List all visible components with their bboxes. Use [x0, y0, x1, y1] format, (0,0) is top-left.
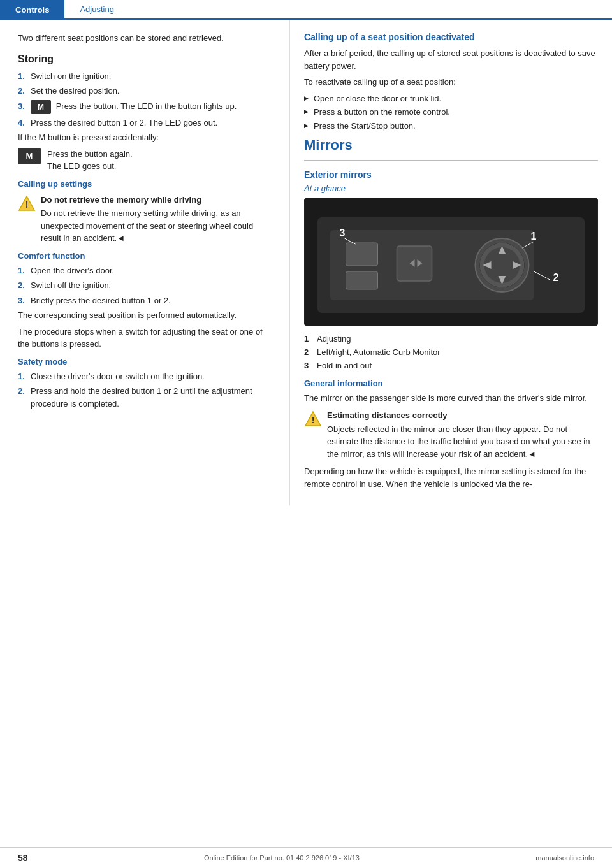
warning-body: Do not retrieve the memory setting while…: [41, 207, 275, 245]
warning-title: Do not retrieve the memory while driving: [41, 194, 275, 206]
safety-mode-heading: Safety mode: [18, 357, 275, 366]
tab-adjusting[interactable]: Adjusting: [64, 0, 129, 20]
general-info-heading: General information: [304, 379, 598, 388]
step-text: Press the desired button 1 or 2. The LED…: [31, 117, 275, 129]
warning-distances-text: Estimating distances correctly Objects r…: [327, 409, 598, 460]
list-item: Open or close the door or trunk lid.: [304, 92, 598, 105]
bullet-text: Open or close the door or trunk lid.: [314, 92, 441, 105]
storing-heading: Storing: [18, 54, 275, 65]
list-item: Press a button on the remote control.: [304, 106, 598, 119]
step-num: 4.: [18, 117, 31, 129]
svg-text:!: !: [312, 415, 315, 425]
step-num: 2.: [18, 279, 31, 292]
site-logo: manualsonline.info: [536, 854, 594, 862]
warning-box-distances: ! Estimating distances correctly Objects…: [304, 409, 598, 460]
mirror-diagram-svg: 1 2 3: [304, 198, 598, 326]
step-text: Briefly press the desired button 1 or 2.: [31, 294, 275, 307]
tab-controls-label: Controls: [15, 5, 49, 15]
page-footer: 58 Online Edition for Part no. 01 40 2 9…: [0, 847, 612, 868]
list-item: 1. Switch on the ignition.: [18, 70, 275, 83]
svg-text:3: 3: [340, 228, 346, 238]
svg-rect-14: [346, 271, 378, 289]
item-num: 2: [304, 347, 317, 358]
list-item: 2. Switch off the ignition.: [18, 279, 275, 292]
m-block-line1: Press the button again.: [47, 148, 133, 161]
list-item: 1. Open the driver's door.: [18, 264, 275, 277]
tab-adjusting-label: Adjusting: [80, 4, 113, 14]
step-num: 2.: [18, 385, 31, 410]
if-m-text: If the M button is pressed accidentally:: [18, 131, 275, 144]
step-num: 1.: [18, 264, 31, 277]
svg-text:!: !: [26, 199, 29, 210]
warning-text-block: Do not retrieve the memory while driving…: [41, 194, 275, 245]
divider: [304, 160, 598, 161]
m-button-block: M Press the button again. The LED goes o…: [18, 148, 275, 173]
step-text: Switch on the ignition.: [31, 70, 275, 83]
mirror-items-list: 1 Adjusting 2 Left/right, Automatic Curb…: [304, 333, 598, 372]
list-item: 1 Adjusting: [304, 333, 598, 345]
step-num: 1.: [18, 70, 31, 83]
list-item: 3 Fold in and out: [304, 360, 598, 372]
m-button-large-icon: M: [18, 148, 41, 164]
svg-text:1: 1: [531, 231, 537, 242]
page-content: Two different seat positions can be stor…: [0, 20, 612, 505]
step-text: Switch off the ignition.: [31, 279, 275, 292]
tab-controls[interactable]: Controls: [0, 0, 64, 20]
step-text-content: Press the button. The LED in the button …: [56, 101, 237, 111]
item-text: Adjusting: [317, 333, 351, 345]
m-button-icon: M: [31, 100, 51, 114]
m-block-line2: The LED goes out.: [47, 160, 133, 173]
edition-text: Online Edition for Part no. 01 40 2 926 …: [204, 854, 360, 862]
list-item: 2. Set the desired position.: [18, 85, 275, 98]
item-num: 1: [304, 333, 317, 345]
warning-distances-body: Objects reflected in the mirror are clos…: [327, 423, 598, 461]
step-text: Open the driver's door.: [31, 264, 275, 277]
comfort-body2: The procedure stops when a switch for ad…: [18, 326, 275, 351]
deactivated-heading-text: Calling up of a seat position deactivate…: [304, 32, 475, 42]
svg-text:2: 2: [553, 272, 559, 283]
deactivated-body2: To reactivate calling up of a seat posit…: [304, 76, 598, 89]
warning-box-driving: ! Do not retrieve the memory while drivi…: [18, 194, 275, 245]
comfort-body1: The corresponding seat position is perfo…: [18, 309, 275, 322]
reactivate-bullet-list: Open or close the door or trunk lid. Pre…: [304, 92, 598, 133]
step-num: 1.: [18, 370, 31, 383]
page-number: 58: [18, 853, 28, 863]
item-text: Left/right, Automatic Curb Monitor: [317, 347, 441, 358]
at-a-glance-label: At a glance: [304, 184, 598, 193]
item-text: Fold in and out: [317, 360, 372, 372]
list-item: 3. M Press the button. The LED in the bu…: [18, 100, 275, 114]
comfort-function-heading: Comfort function: [18, 251, 275, 261]
list-item: 1. Close the driver's door or switch on …: [18, 370, 275, 383]
mirror-image: 1 2 3: [304, 198, 598, 326]
storing-steps-list: 1. Switch on the ignition. 2. Set the de…: [18, 70, 275, 129]
bullet-text: Press the Start/Stop button.: [314, 120, 416, 133]
step-num: 2.: [18, 85, 31, 98]
intro-text: Two different seat positions can be stor…: [18, 32, 275, 45]
list-item: 2. Press and hold the desired button 1 o…: [18, 385, 275, 410]
step-num: 3.: [18, 294, 31, 307]
calling-up-settings-heading: Calling up settings: [18, 179, 275, 189]
page-header: Controls Adjusting: [0, 0, 612, 20]
step-text: Press and hold the desired button 1 or 2…: [31, 385, 275, 410]
step-text: Close the driver's door or switch on the…: [31, 370, 275, 383]
deactivated-body1: After a brief period, the calling up of …: [304, 47, 598, 72]
list-item: Press the Start/Stop button.: [304, 120, 598, 133]
step-text: Set the desired position.: [31, 85, 275, 98]
list-item: 3. Briefly press the desired button 1 or…: [18, 294, 275, 307]
list-item: 4. Press the desired button 1 or 2. The …: [18, 117, 275, 129]
svg-rect-13: [346, 243, 378, 266]
warning-triangle-icon: !: [18, 195, 36, 213]
right-column: Calling up of a seat position deactivate…: [290, 20, 612, 505]
warning-distances-icon: !: [304, 410, 322, 428]
bullet-text: Press a button on the remote control.: [314, 106, 450, 119]
safety-steps-list: 1. Close the driver's door or switch on …: [18, 370, 275, 410]
general-info-body1: The mirror on the passenger side is more…: [304, 392, 598, 405]
step-num: 3.: [18, 100, 31, 114]
mirrors-heading: Mirrors: [304, 137, 598, 154]
comfort-steps-list: 1. Open the driver's door. 2. Switch off…: [18, 264, 275, 307]
header-line: [129, 0, 612, 20]
item-num: 3: [304, 360, 317, 372]
step-text-with-icon: M Press the button. The LED in the butto…: [31, 100, 275, 114]
general-info-body2: Depending on how the vehicle is equipped…: [304, 465, 598, 490]
exterior-mirrors-heading: Exterior mirrors: [304, 170, 598, 180]
